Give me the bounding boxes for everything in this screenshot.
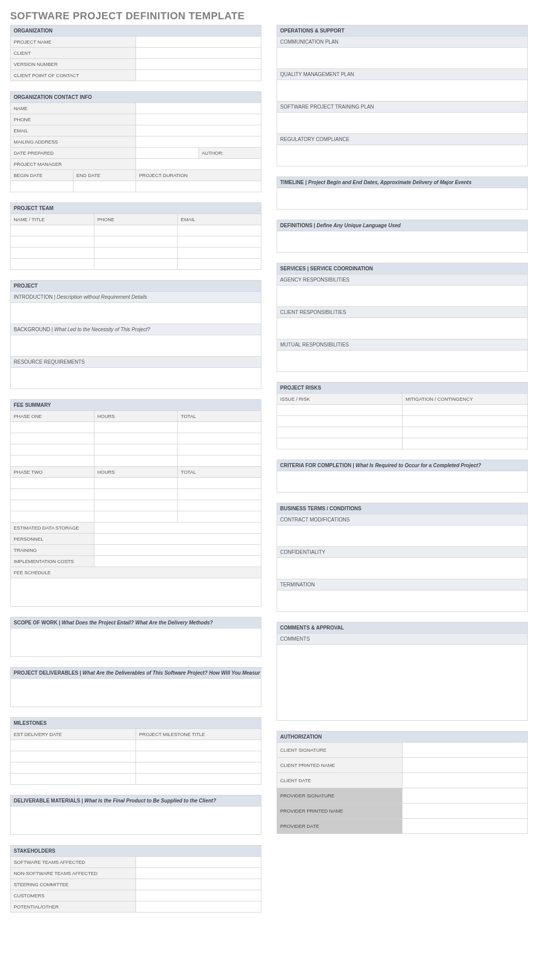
comm-plan-value[interactable] bbox=[277, 48, 528, 69]
table-row[interactable] bbox=[94, 478, 178, 489]
client-signature-value[interactable] bbox=[402, 743, 528, 758]
table-row[interactable] bbox=[178, 444, 261, 456]
table-row[interactable] bbox=[94, 456, 178, 467]
table-row[interactable] bbox=[402, 438, 528, 449]
client-value[interactable] bbox=[136, 48, 261, 59]
table-row[interactable] bbox=[94, 511, 178, 522]
contact-mailing-value[interactable] bbox=[136, 136, 261, 148]
contract-mod-value[interactable] bbox=[277, 526, 528, 547]
provider-date-value[interactable] bbox=[402, 819, 528, 834]
training-value[interactable] bbox=[94, 545, 261, 556]
table-row[interactable] bbox=[11, 444, 94, 456]
deliverables-value[interactable] bbox=[11, 679, 261, 707]
table-row[interactable] bbox=[277, 416, 402, 427]
table-row[interactable] bbox=[402, 416, 528, 427]
project-duration-value[interactable] bbox=[136, 181, 261, 192]
impl-costs-value[interactable] bbox=[94, 556, 261, 567]
quality-plan-value[interactable] bbox=[277, 80, 528, 101]
introduction-value[interactable] bbox=[11, 303, 261, 324]
table-row[interactable] bbox=[94, 236, 178, 248]
end-date-value[interactable] bbox=[73, 181, 136, 192]
table-row[interactable] bbox=[11, 225, 94, 236]
personnel-value[interactable] bbox=[94, 534, 261, 545]
table-row[interactable] bbox=[94, 259, 178, 270]
provider-printed-name-value[interactable] bbox=[402, 803, 528, 819]
client-resp-value[interactable] bbox=[277, 318, 528, 339]
table-row[interactable] bbox=[94, 248, 178, 259]
table-row[interactable] bbox=[11, 433, 94, 444]
table-row[interactable] bbox=[11, 422, 94, 433]
table-row[interactable] bbox=[11, 774, 136, 785]
table-row[interactable] bbox=[402, 405, 528, 416]
nonsoftware-teams-value[interactable] bbox=[136, 868, 261, 879]
table-row[interactable] bbox=[94, 444, 178, 456]
table-row[interactable] bbox=[178, 422, 261, 433]
steering-value[interactable] bbox=[136, 879, 261, 890]
definitions-value[interactable] bbox=[277, 231, 528, 253]
table-row[interactable] bbox=[11, 762, 136, 774]
potential-value[interactable] bbox=[136, 901, 261, 913]
table-row[interactable] bbox=[178, 433, 261, 444]
software-teams-value[interactable] bbox=[136, 857, 261, 868]
table-row[interactable] bbox=[178, 225, 261, 236]
background-value[interactable] bbox=[11, 335, 261, 357]
table-row[interactable] bbox=[11, 500, 94, 511]
table-row[interactable] bbox=[277, 405, 402, 416]
table-row[interactable] bbox=[178, 511, 261, 522]
table-row[interactable] bbox=[94, 433, 178, 444]
mutual-resp-value[interactable] bbox=[277, 351, 528, 372]
contact-phone-value[interactable] bbox=[136, 114, 261, 125]
table-row[interactable] bbox=[178, 236, 261, 248]
table-row[interactable] bbox=[178, 500, 261, 511]
resource-requirements-value[interactable] bbox=[11, 368, 261, 389]
client-printed-name-value[interactable] bbox=[402, 758, 528, 773]
date-prepared-value[interactable] bbox=[136, 148, 199, 159]
table-row[interactable] bbox=[11, 740, 136, 751]
table-row[interactable] bbox=[94, 500, 178, 511]
table-row[interactable] bbox=[178, 259, 261, 270]
table-row[interactable] bbox=[136, 740, 261, 751]
criteria-value[interactable] bbox=[277, 471, 528, 493]
table-row[interactable] bbox=[136, 751, 261, 762]
table-row[interactable] bbox=[94, 422, 178, 433]
table-row[interactable] bbox=[178, 489, 261, 500]
timeline-value[interactable] bbox=[277, 188, 528, 209]
table-row[interactable] bbox=[11, 478, 94, 489]
contact-name-value[interactable] bbox=[136, 103, 261, 114]
table-row[interactable] bbox=[11, 751, 136, 762]
storage-value[interactable] bbox=[94, 522, 261, 534]
table-row[interactable] bbox=[178, 478, 261, 489]
client-date-value[interactable] bbox=[402, 773, 528, 788]
table-row[interactable] bbox=[11, 259, 94, 270]
table-row[interactable] bbox=[94, 489, 178, 500]
table-row[interactable] bbox=[11, 489, 94, 500]
fee-schedule-value[interactable] bbox=[11, 578, 261, 607]
table-row[interactable] bbox=[277, 438, 402, 449]
table-row[interactable] bbox=[11, 248, 94, 259]
comments-value[interactable] bbox=[277, 645, 528, 721]
table-row[interactable] bbox=[178, 456, 261, 467]
regulatory-value[interactable] bbox=[277, 145, 528, 166]
table-row[interactable] bbox=[136, 762, 261, 774]
client-poc-value[interactable] bbox=[136, 70, 261, 81]
project-name-value[interactable] bbox=[136, 37, 261, 48]
begin-date-value[interactable] bbox=[11, 181, 74, 192]
version-number-value[interactable] bbox=[136, 59, 261, 70]
table-row[interactable] bbox=[11, 236, 94, 248]
table-row[interactable] bbox=[402, 427, 528, 438]
table-row[interactable] bbox=[11, 511, 94, 522]
training-plan-value[interactable] bbox=[277, 113, 528, 134]
customers-value[interactable] bbox=[136, 890, 261, 901]
confidentiality-value[interactable] bbox=[277, 558, 528, 579]
scope-value[interactable] bbox=[11, 628, 261, 657]
project-manager-value[interactable] bbox=[136, 159, 261, 170]
provider-signature-value[interactable] bbox=[402, 788, 528, 803]
termination-value[interactable] bbox=[277, 590, 528, 612]
agency-resp-value[interactable] bbox=[277, 286, 528, 307]
contact-email-value[interactable] bbox=[136, 125, 261, 136]
table-row[interactable] bbox=[94, 225, 178, 236]
table-row[interactable] bbox=[277, 427, 402, 438]
table-row[interactable] bbox=[178, 248, 261, 259]
table-row[interactable] bbox=[11, 456, 94, 467]
table-row[interactable] bbox=[136, 774, 261, 785]
